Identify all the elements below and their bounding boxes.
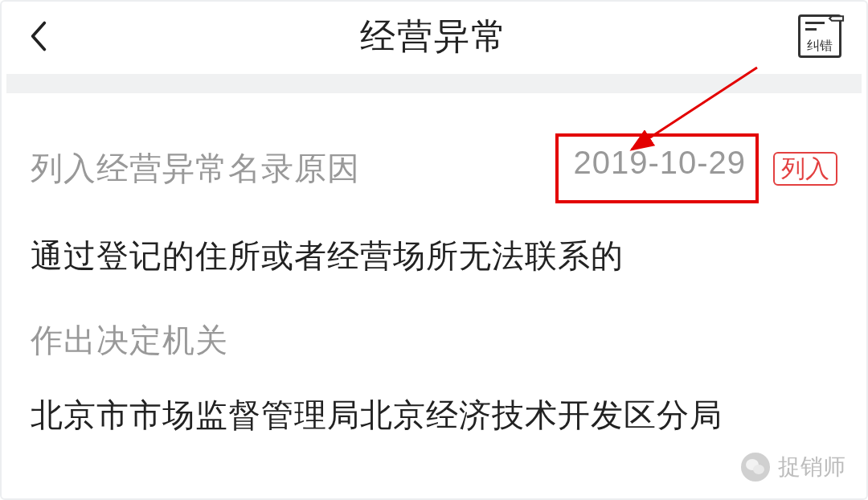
authority-label: 作出决定机关 xyxy=(31,318,837,363)
watermark-text: 捉销师 xyxy=(778,452,845,482)
wechat-icon xyxy=(741,453,770,482)
inclusion-date: 2019-10-29 xyxy=(573,145,746,180)
watermark: 捉销师 xyxy=(741,452,845,482)
authority-value: 北京市市场监督管理局北京经济技术开发区分局 xyxy=(31,393,837,437)
back-icon[interactable] xyxy=(27,24,51,48)
status-tag: 列入 xyxy=(773,152,837,186)
reason-value: 通过登记的住所或者经营场所无法联系的 xyxy=(31,234,837,278)
reason-header-row: 列入经营异常名录原因 2019-10-29 列入 xyxy=(31,133,837,203)
correction-button[interactable]: 纠错 xyxy=(798,14,841,58)
reason-label: 列入经营异常名录原因 xyxy=(31,146,360,191)
svg-point-3 xyxy=(753,465,764,474)
date-status-group: 2019-10-29 列入 xyxy=(555,133,837,203)
section-divider xyxy=(6,74,862,93)
page-title: 经营异常 xyxy=(360,13,508,60)
correction-label: 纠错 xyxy=(807,39,833,52)
date-highlight-box: 2019-10-29 xyxy=(555,133,759,203)
header-bar: 经营异常 纠错 xyxy=(6,6,862,74)
content-area: 列入经营异常名录原因 2019-10-29 列入 通过登记的住所或者经营场所无法… xyxy=(6,93,862,500)
